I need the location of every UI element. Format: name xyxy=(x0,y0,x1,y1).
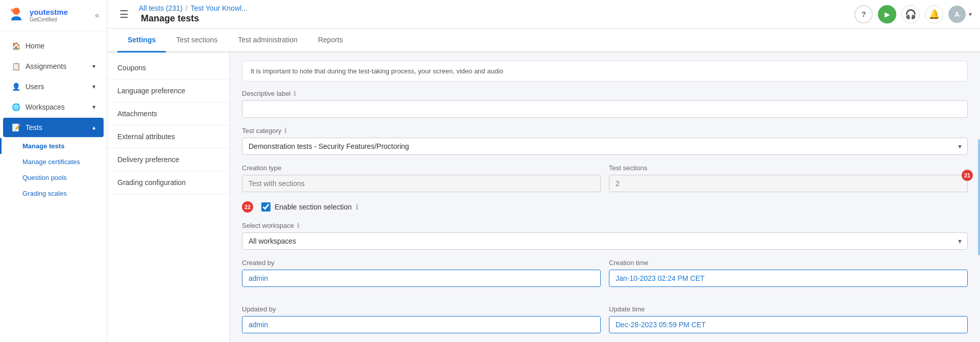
enable-section-selection-label: Enable section selection xyxy=(275,203,352,211)
sidebar-subitem-grading-scales[interactable]: Grading scales xyxy=(0,186,107,201)
settings-item-grading-configuration[interactable]: Grading configuration xyxy=(107,171,229,194)
main-content: ☰ All tests (231) / Test Your Knowl... M… xyxy=(107,0,980,342)
tests-icon: 📝 xyxy=(11,123,20,132)
svg-point-1 xyxy=(11,9,14,12)
test-category-group: Test category ℹ Demonstration tests - Se… xyxy=(242,127,968,155)
enable-section-badge: 22 xyxy=(242,201,253,213)
test-sections-wrapper: 21 xyxy=(609,175,968,192)
settings-item-external-attributes[interactable]: External attributes xyxy=(107,125,229,148)
select-workspace-info-icon[interactable]: ℹ xyxy=(297,222,300,229)
tab-test-administration[interactable]: Test administration xyxy=(228,29,308,52)
sidebar-subitem-label: Manage certificates xyxy=(22,158,80,166)
select-workspace-select-wrapper: All workspaces xyxy=(242,232,968,250)
tab-reports[interactable]: Reports xyxy=(308,29,353,52)
descriptive-label-info-icon[interactable]: ℹ xyxy=(293,90,296,97)
sidebar-subitem-manage-tests[interactable]: Manage tests xyxy=(0,138,107,154)
page-title: Manage tests xyxy=(141,13,248,24)
creation-test-row: Creation type Test sections 21 xyxy=(242,164,968,201)
enable-section-selection-checkbox[interactable] xyxy=(261,202,271,212)
test-sections-input xyxy=(609,175,968,192)
select-workspace-label: Select workspace ℹ xyxy=(242,222,968,229)
breadcrumb: All tests (231) / Test Your Knowl... xyxy=(139,4,248,12)
sidebar-item-label: Assignments xyxy=(26,62,66,70)
notice-box: It is important to note that during the … xyxy=(242,61,968,82)
sidebar-item-assignments[interactable]: 📋 Assignments ▾ xyxy=(3,57,104,76)
sidebar-subitem-label: Grading scales xyxy=(22,190,67,197)
created-by-label: Created by xyxy=(242,259,601,267)
settings-item-delivery-preference[interactable]: Delivery preference xyxy=(107,148,229,171)
form-panel: It is important to note that during the … xyxy=(230,52,980,342)
topbar-right: ? ▶ 🎧 🔔 A ▾ xyxy=(854,5,972,23)
update-time-value: Dec-28-2023 05:59 PM CET xyxy=(609,316,968,333)
test-sections-label: Test sections xyxy=(609,164,968,172)
sidebar-subitem-label: Question pools xyxy=(22,174,67,181)
updated-by-group: Updated by admin xyxy=(242,305,601,333)
creation-time-label: Creation time xyxy=(609,259,968,267)
tab-test-sections[interactable]: Test sections xyxy=(166,29,228,52)
logo-sub-text: GetCertified xyxy=(30,17,68,23)
created-by-value: admin xyxy=(242,270,601,287)
tab-settings[interactable]: Settings xyxy=(117,29,166,52)
chevron-down-icon: ▾ xyxy=(92,63,95,70)
logo-text: youtestme GetCertified xyxy=(30,8,68,23)
scrollbar-thumb[interactable] xyxy=(978,139,980,255)
menu-button[interactable]: ☰ xyxy=(115,6,133,22)
sidebar-header: youtestme GetCertified « xyxy=(0,0,107,31)
sidebar-item-home[interactable]: 🏠 Home xyxy=(3,36,104,56)
updated-by-label: Updated by xyxy=(242,305,601,313)
creation-type-group: Creation type xyxy=(242,164,601,192)
sidebar-item-workspaces[interactable]: 🌐 Workspaces ▾ xyxy=(3,97,104,117)
help-button[interactable]: ? xyxy=(854,5,873,23)
breadcrumb-all-tests[interactable]: All tests (231) xyxy=(139,4,183,12)
logo-main-text: youtestme xyxy=(30,8,68,17)
play-button[interactable]: ▶ xyxy=(878,5,896,23)
test-category-select[interactable]: Demonstration tests - Security Features/… xyxy=(242,138,968,155)
creation-time-value: Jan-10-2023 02:24 PM CET xyxy=(609,270,968,287)
creation-type-input xyxy=(242,175,601,192)
update-time-group: Update time Dec-28-2023 05:59 PM CET xyxy=(609,305,968,333)
creation-time-group: Creation time Jan-10-2023 02:24 PM CET xyxy=(609,259,968,287)
workspaces-icon: 🌐 xyxy=(11,102,20,112)
sidebar-item-label: Workspaces xyxy=(26,103,65,111)
settings-item-language-preference[interactable]: Language preference xyxy=(107,80,229,102)
notice-text: It is important to note that during the … xyxy=(251,67,503,75)
test-category-label: Test category ℹ xyxy=(242,127,968,135)
topbar: ☰ All tests (231) / Test Your Knowl... M… xyxy=(107,0,980,29)
descriptive-label-label: Descriptive label ℹ xyxy=(242,90,968,97)
headset-button[interactable]: 🎧 xyxy=(901,5,920,23)
created-by-group: Created by admin xyxy=(242,259,601,287)
descriptive-label-group: Descriptive label ℹ xyxy=(242,90,968,118)
sidebar-collapse-button[interactable]: « xyxy=(95,11,100,20)
settings-item-attachments[interactable]: Attachments xyxy=(107,102,229,125)
created-by-time-row: Created by admin Creation time Jan-10-20… xyxy=(242,259,968,296)
sidebar: youtestme GetCertified « 🏠 Home 📋 Assign… xyxy=(0,0,107,342)
updated-by-value: admin xyxy=(242,316,601,333)
home-icon: 🏠 xyxy=(11,41,20,50)
breadcrumb-test-name[interactable]: Test Your Knowl... xyxy=(190,4,247,12)
sidebar-subitem-manage-certificates[interactable]: Manage certificates xyxy=(0,154,107,170)
test-category-info-icon[interactable]: ℹ xyxy=(284,127,287,135)
sidebar-item-tests[interactable]: 📝 Tests ▴ xyxy=(3,118,104,137)
descriptive-label-input[interactable] xyxy=(242,100,968,118)
updated-by-time-row: Updated by admin Update time Dec-28-2023… xyxy=(242,305,968,342)
chevron-down-icon: ▾ xyxy=(92,103,95,111)
notifications-button[interactable]: 🔔 xyxy=(925,5,943,23)
sidebar-item-label: Home xyxy=(26,42,44,50)
sidebar-subitem-question-pools[interactable]: Question pools xyxy=(0,170,107,186)
avatar-button[interactable]: A ▾ xyxy=(948,6,972,23)
avatar: A xyxy=(948,6,966,23)
settings-item-coupons[interactable]: Coupons xyxy=(107,57,229,80)
sidebar-item-users[interactable]: 👤 Users ▾ xyxy=(3,77,104,96)
right-panel: Settings Test sections Test administrati… xyxy=(107,29,980,342)
creation-type-label: Creation type xyxy=(242,164,601,172)
settings-menu-panel: Coupons Language preference Attachments … xyxy=(107,52,230,342)
enable-section-selection-row: 22 Enable section selection ℹ xyxy=(242,201,968,213)
select-workspace-select[interactable]: All workspaces xyxy=(242,232,968,250)
breadcrumb-separator: / xyxy=(186,4,188,12)
assignments-icon: 📋 xyxy=(11,62,20,71)
test-sections-group: Test sections 21 xyxy=(609,164,968,192)
chevron-up-icon: ▴ xyxy=(92,124,95,131)
sidebar-nav: 🏠 Home 📋 Assignments ▾ 👤 Users ▾ 🌐 Works… xyxy=(0,31,107,342)
enable-section-info-icon[interactable]: ℹ xyxy=(356,203,358,211)
update-time-label: Update time xyxy=(609,305,968,313)
